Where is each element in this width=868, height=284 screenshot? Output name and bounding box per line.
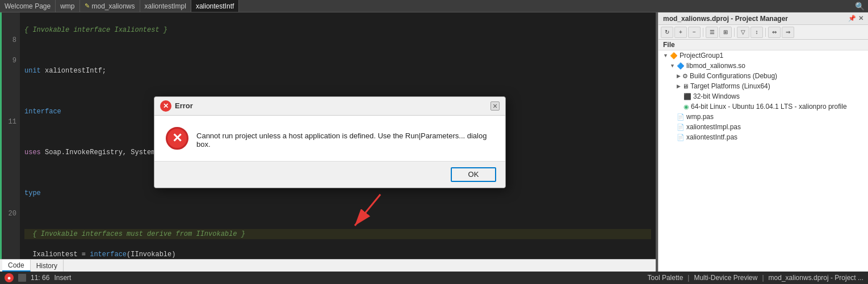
tab-code-label: Code bbox=[8, 261, 24, 269]
tree-label-target-platforms: Target Platforms (Linux64) bbox=[690, 82, 770, 90]
dialog-body: ✕ Cannot run project unless a host appli… bbox=[154, 116, 505, 161]
tab-mod-icon: ✎ bbox=[85, 2, 90, 10]
tab-history-label: History bbox=[36, 262, 57, 270]
status-multi-device[interactable]: Multi-Device Preview bbox=[694, 274, 757, 282]
remove-button[interactable]: − bbox=[688, 27, 701, 38]
tab-xaliontestimpl-label: xaliontestImpl bbox=[145, 2, 186, 10]
panel-title: mod_xalionws.dproj - Project Manager bbox=[663, 15, 788, 23]
tree-item-build-config[interactable]: ▶ ⚙ Build Configurations (Debug) bbox=[659, 71, 868, 81]
dialog-titlebar: ✕ Error × bbox=[154, 97, 505, 116]
tree-item-64bit[interactable]: ◉ 64-bit Linux - Ubuntu 16.04.1 LTS - xa… bbox=[659, 101, 868, 112]
tree-item-xaliontestintf[interactable]: 📄 xaliontestIntf.pas bbox=[659, 132, 868, 142]
refresh-button[interactable]: ↻ bbox=[661, 27, 673, 38]
tree-arrow-build-config: ▶ bbox=[677, 73, 681, 79]
line-indicator bbox=[0, 12, 3, 259]
tab-welcome[interactable]: Welcome Page bbox=[0, 0, 56, 12]
dialog-big-error-icon: ✕ bbox=[166, 127, 188, 150]
dialog-message-text: Cannot run project unless a host applica… bbox=[196, 127, 494, 149]
tab-xaliontestintf-label: xaliontestIntf bbox=[196, 2, 234, 10]
tree-label-build-config: Build Configurations (Debug) bbox=[690, 72, 777, 80]
status-error-icon: ● bbox=[5, 273, 14, 282]
tree-label-projectgroup: ProjectGroup1 bbox=[680, 52, 723, 60]
dialog-footer: OK bbox=[154, 161, 505, 188]
tab-mod-xalionws[interactable]: ✎ mod_xalionws bbox=[80, 0, 140, 12]
tree-label-libmod: libmod_xalionws.so bbox=[686, 62, 745, 70]
add-button[interactable]: + bbox=[674, 27, 687, 38]
tree-label-wmp: wmp.pas bbox=[686, 113, 714, 121]
tree-item-libmod[interactable]: ▼ 🔷 libmod_xalionws.so bbox=[659, 61, 868, 71]
dialog-ok-button[interactable]: OK bbox=[451, 167, 496, 182]
tree-item-projectgroup[interactable]: ▼ 🔶 ProjectGroup1 bbox=[659, 50, 868, 61]
tree-arrow-projectgroup: ▼ bbox=[663, 53, 668, 58]
error-dialog: ✕ Error × ✕ Cannot run project unless a … bbox=[154, 96, 506, 188]
tree-arrow-libmod: ▼ bbox=[670, 63, 675, 69]
tree-item-target-platforms[interactable]: ▶ 🖥 Target Platforms (Linux64) bbox=[659, 81, 868, 91]
xaliontestimpl-icon: 📄 bbox=[677, 124, 685, 131]
tab-welcome-label: Welcome Page bbox=[5, 2, 51, 10]
wmp-icon: 📄 bbox=[677, 113, 685, 121]
list-view-button[interactable]: ☰ bbox=[706, 27, 718, 38]
status-mode: Insert bbox=[54, 274, 71, 282]
project-tree: ▼ 🔶 ProjectGroup1 ▼ 🔷 libmod_xalionws.so… bbox=[659, 50, 868, 272]
status-tool-palette[interactable]: Tool Palette bbox=[648, 274, 684, 282]
tab-bar: Welcome Page wmp ✎ mod_xalionws xalionte… bbox=[0, 0, 868, 12]
tree-label-xaliontestimpl: xaliontestImpl.pas bbox=[686, 123, 741, 131]
pin-icons: 📌 ✕ bbox=[848, 15, 863, 22]
panel-title-bar: mod_xalionws.dproj - Project Manager 📌 ✕ bbox=[659, 12, 868, 25]
xaliontestintf-icon: 📄 bbox=[677, 134, 685, 141]
toolbar-sep-1 bbox=[703, 28, 703, 37]
search-icon[interactable]: 🔍 bbox=[852, 2, 868, 11]
dialog-title-text: Error bbox=[175, 101, 193, 110]
target-platforms-icon: 🖥 bbox=[682, 83, 689, 90]
build-config-icon: ⚙ bbox=[682, 73, 688, 80]
tab-xaliontestintf[interactable]: xaliontestIntf bbox=[191, 0, 239, 12]
status-project[interactable]: mod_xalionws.dproj - Project ... bbox=[769, 274, 863, 282]
tab-mod-label: mod_xalionws bbox=[92, 2, 135, 10]
projectgroup-icon: 🔶 bbox=[670, 52, 678, 60]
tree-label-64bit: 64-bit Linux - Ubuntu 16.04.1 LTS - xali… bbox=[691, 103, 847, 111]
tab-wmp[interactable]: wmp bbox=[56, 0, 79, 12]
tab-xaliontestimpl[interactable]: xaliontestImpl bbox=[140, 0, 191, 12]
filter-button[interactable]: ▽ bbox=[737, 27, 749, 38]
collapse-button[interactable]: ⇒ bbox=[782, 27, 794, 38]
toolbar-sep-2 bbox=[734, 28, 735, 37]
panel-toolbar: ↻ + − ☰ ⊞ ▽ ↕ ⇔ ⇒ bbox=[659, 25, 868, 40]
tree-item-wmp[interactable]: 📄 wmp.pas bbox=[659, 112, 868, 122]
dialog-title-error-icon: ✕ bbox=[160, 100, 171, 112]
file-label: File bbox=[659, 40, 868, 50]
dialog-close-label: × bbox=[493, 101, 497, 111]
tree-label-32bit: 32-bit Windows bbox=[693, 92, 740, 100]
tab-wmp-label: wmp bbox=[60, 2, 74, 10]
line-numbers: 8 9 11 20 bbox=[3, 12, 20, 259]
detail-view-button[interactable]: ⊞ bbox=[719, 27, 732, 38]
tree-item-32bit[interactable]: ⬛ 32-bit Windows bbox=[659, 91, 868, 101]
status-position: 11: 66 bbox=[31, 274, 49, 282]
close-icon[interactable]: ✕ bbox=[858, 15, 863, 22]
status-bar: ● 11: 66 Insert Tool Palette | Multi-Dev… bbox=[0, 272, 868, 284]
expand-button[interactable]: ⇔ bbox=[768, 27, 781, 38]
dialog-close-button[interactable]: × bbox=[490, 101, 500, 111]
pin-icon: 📌 bbox=[848, 15, 856, 22]
project-panel: mod_xalionws.dproj - Project Manager 📌 ✕… bbox=[658, 12, 868, 272]
32bit-icon: ⬛ bbox=[684, 93, 691, 100]
dialog-title-left: ✕ Error bbox=[160, 100, 193, 112]
64bit-icon: ◉ bbox=[684, 103, 689, 111]
toolbar-sep-3 bbox=[765, 28, 766, 37]
tab-history[interactable]: History bbox=[31, 260, 64, 272]
sort-button[interactable]: ↕ bbox=[750, 27, 763, 38]
code-bottom-tabs: Code History bbox=[0, 259, 656, 272]
libmod-icon: 🔷 bbox=[677, 62, 685, 70]
green-bar bbox=[0, 12, 2, 259]
tree-arrow-target-platforms: ▶ bbox=[677, 83, 681, 89]
tab-code[interactable]: Code bbox=[2, 260, 31, 272]
tree-item-xaliontestimpl[interactable]: 📄 xaliontestImpl.pas bbox=[659, 122, 868, 132]
status-square bbox=[18, 274, 26, 282]
tree-label-xaliontestintf: xaliontestIntf.pas bbox=[686, 133, 737, 141]
